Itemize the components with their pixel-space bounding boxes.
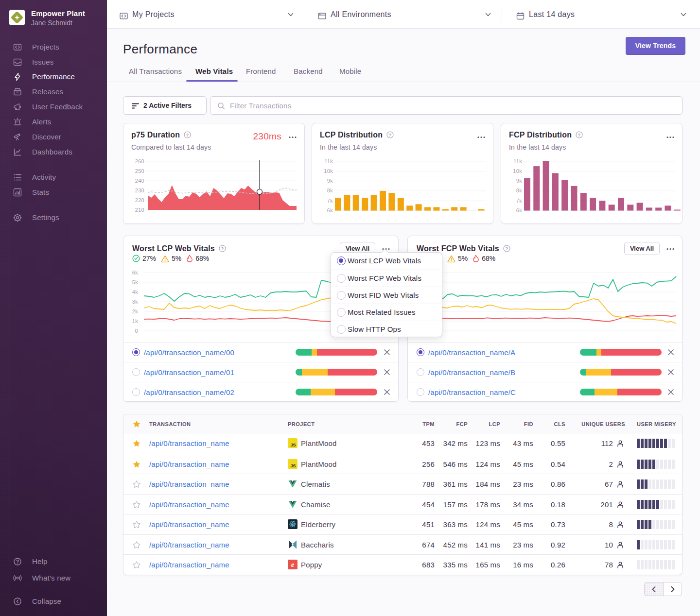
svg-text:260: 260 [135,158,144,164]
svg-text:7k: 7k [516,198,522,204]
svg-text:e: e [291,561,295,568]
svg-text:250: 250 [135,168,144,174]
svg-text:6k: 6k [132,270,138,275]
svg-text:?: ? [16,559,19,565]
svg-text:JS: JS [290,463,296,468]
svg-text:1k: 1k [132,318,138,324]
svg-text:6k: 6k [327,207,333,213]
svg-text:7k: 7k [327,198,333,204]
svg-text:?: ? [578,132,581,137]
svg-text:2k: 2k [132,308,138,314]
svg-text:3k: 3k [132,299,138,305]
svg-text:230: 230 [135,188,144,193]
svg-text:9k: 9k [327,178,333,184]
svg-text:0: 0 [135,328,138,334]
svg-text:11k: 11k [513,158,522,164]
svg-text:?: ? [221,246,224,251]
svg-text:8k: 8k [327,188,333,193]
svg-text:9k: 9k [516,178,522,184]
svg-text:240: 240 [135,178,144,184]
svg-text:?: ? [389,132,392,137]
svg-text:8k: 8k [516,188,522,193]
svg-text:10k: 10k [324,168,333,174]
svg-text:6k: 6k [516,207,522,213]
svg-text:?: ? [505,246,508,251]
svg-text:11k: 11k [324,158,333,164]
svg-text:?: ? [186,132,189,137]
svg-text:JS: JS [290,443,296,447]
svg-text:220: 220 [135,197,144,203]
svg-text:5k: 5k [132,279,138,285]
svg-text:210: 210 [135,207,144,213]
svg-text:4k: 4k [132,289,138,295]
svg-text:10k: 10k [513,168,522,174]
